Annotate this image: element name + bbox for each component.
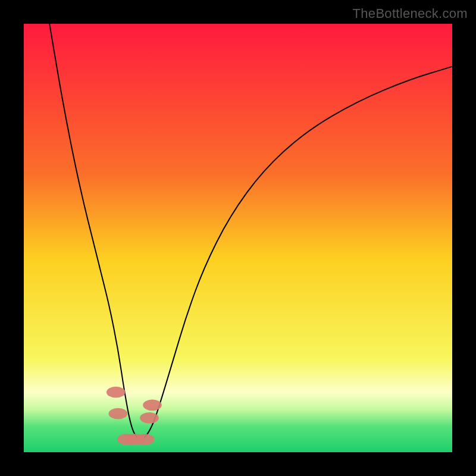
watermark-text: TheBottleneck.com — [353, 6, 468, 21]
plot-area — [24, 24, 452, 452]
marker-dot — [143, 399, 162, 411]
marker-dot — [136, 434, 155, 445]
marker-dot — [107, 387, 126, 398]
chart-frame: TheBottleneck.com — [0, 0, 476, 476]
bottleneck-chart-svg — [24, 24, 452, 452]
marker-dot — [140, 412, 159, 424]
marker-dot — [109, 408, 128, 419]
